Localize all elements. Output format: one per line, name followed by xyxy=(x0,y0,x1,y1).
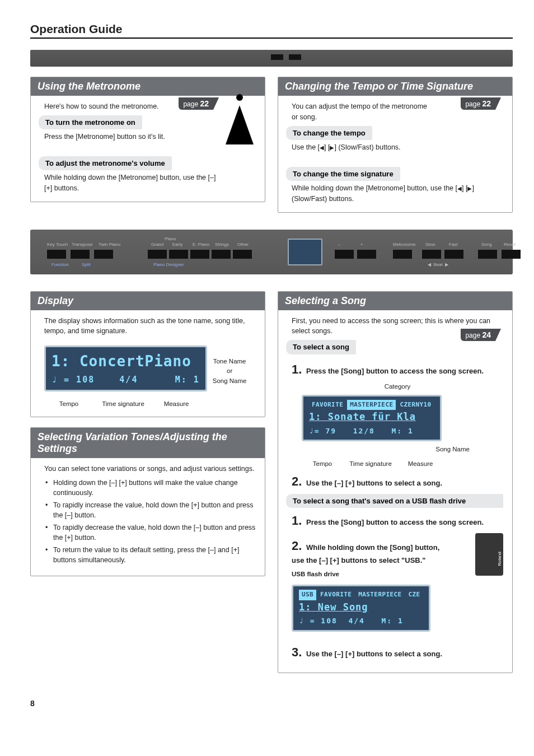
metronome-on-body: Press the [Metronome] button so it's lit… xyxy=(44,132,256,142)
panel-label: Metronome xyxy=(393,242,415,247)
control-panel-illustration: Key Touch Transpose Twin Piano Grand Ear… xyxy=(30,230,513,274)
panel-label: Twin Piano xyxy=(99,242,120,247)
card-title-tempo: Changing the Tempo or Time Signature xyxy=(285,81,473,92)
annot-tone-song-name: Tone Name or Song Name xyxy=(213,342,247,386)
panel-sublabel: Piano Designer xyxy=(153,262,184,267)
lcd-display: 1: ConcertPiano ♩ = 108 4/4 M: 1 xyxy=(44,346,207,391)
panel-sublabel: Piano xyxy=(165,236,176,241)
triangle-left-icon xyxy=(457,184,462,192)
list-item: To rapidly increase the value, hold down… xyxy=(48,500,256,520)
panel-label: Early xyxy=(172,242,182,247)
usb-step-1: 1. Press the [Song] button to access the… xyxy=(292,511,503,530)
step-2: 2. Use the [–] [+] buttons to select a s… xyxy=(292,472,503,491)
card-tempo: Changing the Tempo or Time Signature pag… xyxy=(278,77,513,213)
panel-sublabel: Function xyxy=(51,262,69,267)
page-title: Operation Guide xyxy=(30,22,513,39)
list-item: To return the value to its default setti… xyxy=(48,545,256,565)
panel-label: Transpose xyxy=(72,242,93,247)
annot-tempo2: Tempo xyxy=(308,459,336,469)
annot-sig2: Time signature xyxy=(345,459,396,469)
card-selecting-song: Selecting a Song page 24 First, you need… xyxy=(278,291,513,673)
metronome-vol-body: While holding down the [Metronome] butto… xyxy=(44,172,218,194)
annot-song-name: Song Name xyxy=(292,445,503,454)
lcd-song: FAVORITEMASTERPIECECZERNY10 1: Sonate fü… xyxy=(302,395,442,442)
panel-label: Slow xyxy=(425,242,435,247)
page-number: 8 xyxy=(30,699,513,708)
subhead-select-song: To select a song xyxy=(286,340,356,354)
step-1: 1. Press the [Song] button to access the… xyxy=(292,360,503,379)
panel-label: Other xyxy=(237,242,249,247)
card-metronome: Using the Metronome page 22 Here's how t… xyxy=(30,77,265,202)
annot-measure: Measure xyxy=(161,399,192,409)
annot-category: Category xyxy=(292,382,503,391)
usb-step-2: 2. While holding down the [Song] button,… xyxy=(292,536,448,566)
panel-label: + xyxy=(360,242,363,247)
list-item: Holding down the [–] [+] buttons will ma… xyxy=(48,478,256,498)
card-title-song: Selecting a Song xyxy=(285,295,366,306)
subhead-adjust-volume: To adjust the metronome's volume xyxy=(39,156,172,171)
page-ref-22-right: page 22 xyxy=(461,97,495,110)
metronome-intro: Here's how to sound the metronome. xyxy=(44,101,256,112)
variation-intro: You can select tone variations or songs,… xyxy=(44,464,256,474)
card-title-variation: Selecting Variation Tones/Adjusting the … xyxy=(38,431,227,454)
panel-label: Key Touch xyxy=(47,242,68,247)
signature-body: While holding down the [Metronome] butto… xyxy=(292,183,503,204)
annot-signature: Time signature xyxy=(98,399,148,409)
triangle-left-icon xyxy=(320,143,324,151)
subhead-change-tempo: To change the tempo xyxy=(286,126,372,141)
panel-label: Fast xyxy=(449,242,458,247)
lcd-usb-song: USBFAVORITEMASTERPIECECZE 1: New Song ♩ … xyxy=(292,585,430,632)
tempo-intro: You can adjust the tempo of the metronom… xyxy=(292,101,432,123)
tempo-body: Use the [] [] (Slow/Fast) buttons. xyxy=(292,142,503,153)
annot-measure2: Measure xyxy=(405,459,436,469)
panel-label: Song xyxy=(481,242,492,247)
annot-tempo: Tempo xyxy=(52,399,86,409)
metronome-icon xyxy=(226,105,254,144)
display-intro: The display shows information such as th… xyxy=(44,316,256,337)
usb-drive-icon xyxy=(475,533,503,576)
card-display: Display The display shows information su… xyxy=(30,291,265,417)
variation-bullets: Holding down the [–] [+] buttons will ma… xyxy=(44,478,256,566)
panel-label: E. Piano xyxy=(193,242,209,247)
panel-label: Grand xyxy=(151,242,163,247)
page-ref-24: page 24 xyxy=(461,329,495,341)
card-variation: Selecting Variation Tones/Adjusting the … xyxy=(30,427,265,576)
device-illustration-top xyxy=(30,50,513,67)
panel-lcd-icon xyxy=(288,239,322,265)
card-title-metronome: Using the Metronome xyxy=(38,81,140,92)
panel-sublabel: Split xyxy=(82,262,91,267)
subhead-change-signature: To change the time signature xyxy=(286,167,400,181)
list-item: To rapidly decrease the value, hold down… xyxy=(48,522,256,543)
page-ref-22-left: page 22 xyxy=(179,97,213,110)
panel-label: – xyxy=(338,242,340,247)
subhead-turn-on: To turn the metronome on xyxy=(39,115,142,130)
panel-label: Reset xyxy=(504,242,516,247)
annot-usb-drive: USB flash drive xyxy=(292,570,503,579)
subhead-select-usb: To select a song that's saved on a USB f… xyxy=(286,494,503,508)
step-3: 3. Use the [–] [+] buttons to select a s… xyxy=(292,643,503,661)
panel-label: Strings xyxy=(215,242,229,247)
card-title-display: Display xyxy=(38,295,73,306)
